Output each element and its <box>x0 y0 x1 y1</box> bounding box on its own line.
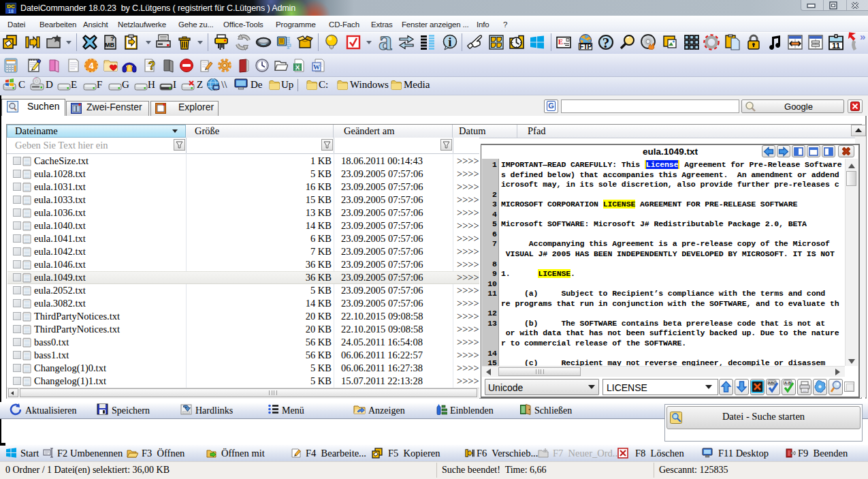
svg-text:E: E <box>558 37 563 46</box>
svg-text:ABC: ABC <box>768 381 776 385</box>
svg-text:i: i <box>448 35 451 49</box>
svg-text:?: ? <box>602 35 610 51</box>
svg-text:4: 4 <box>89 61 94 71</box>
svg-text:18: 18 <box>8 9 14 14</box>
svg-text:a: a <box>379 34 392 50</box>
svg-text:11: 11 <box>832 42 841 50</box>
svg-text:W: W <box>313 63 320 71</box>
svg-text:?: ? <box>110 35 114 42</box>
svg-text:FTP: FTP <box>579 43 592 50</box>
svg-text:X: X <box>295 64 300 71</box>
svg-text:A-B: A-B <box>784 381 791 385</box>
svg-text:MB: MB <box>105 42 114 48</box>
svg-text:?: ? <box>148 59 155 72</box>
